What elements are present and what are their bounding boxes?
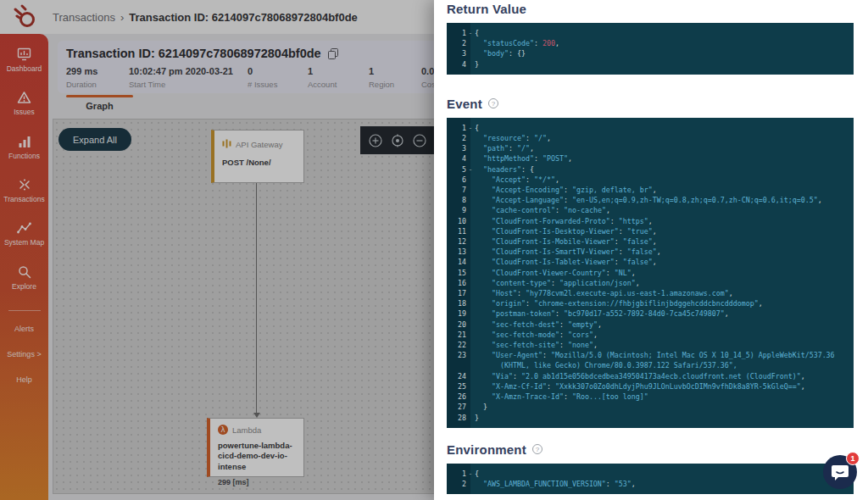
line-number: 8 — [447, 195, 466, 205]
code-string: "CloudFront-Is-Desktop-Viewer" — [492, 227, 619, 236]
sidebar-item-transactions[interactable]: Transactions — [0, 178, 48, 203]
code-string: "https" — [619, 217, 648, 225]
section-title-row: Return Value — [447, 2, 854, 16]
fold-marker — [466, 402, 475, 412]
fold-marker — [466, 330, 475, 340]
stat-value: 0 — [248, 66, 308, 76]
code-string: "sec-fetch-dest" — [492, 320, 559, 329]
code-text: "statusCode": 200, — [475, 38, 559, 48]
code-punctuation: , — [657, 247, 661, 256]
code-punctuation — [475, 279, 492, 287]
stat-value: 1 — [369, 66, 421, 76]
code-punctuation — [475, 154, 483, 163]
code-string: "origin" — [492, 299, 526, 308]
sidebar-item-system-map[interactable]: System Map — [0, 221, 48, 247]
fold-marker: - — [466, 28, 475, 38]
zoom-out-icon[interactable] — [413, 134, 426, 147]
code-line: 7 "Accept-Encoding": "gzip, deflate, br"… — [447, 185, 849, 195]
code-punctuation: : — [509, 144, 517, 153]
line-number: 3 — [447, 48, 466, 58]
sidebar-item-dashboard[interactable]: Dashboard — [0, 47, 48, 73]
code-punctuation: , — [725, 309, 729, 318]
code-punctuation — [475, 480, 483, 488]
code-text: "sec-fetch-site": "none", — [475, 340, 598, 350]
code-punctuation: , — [653, 258, 657, 266]
code-punctuation: , — [653, 237, 657, 246]
code-text: (KHTML, like Gecko) Chrome/80.0.3987.122… — [475, 360, 737, 370]
line-number: 25 — [447, 381, 466, 392]
code-string: "Via" — [492, 372, 513, 381]
breadcrumb-transactions-link[interactable]: Transactions — [53, 11, 115, 24]
code-punctuation — [475, 134, 483, 142]
code-line: 18 "origin": "chrome-extension://fhbjgbi… — [447, 298, 849, 308]
code-string: "CloudFront-Forwarded-Proto" — [492, 217, 610, 225]
transaction-detail-drawer: Return Value1-{2 "statusCode": 200,3 "bo… — [434, 0, 868, 500]
code-punctuation: : — [619, 247, 627, 256]
zoom-in-icon[interactable] — [369, 134, 382, 147]
code-punctuation — [475, 247, 492, 256]
tab-graph[interactable]: Graph — [66, 93, 133, 119]
sidebar-item-label: Functions — [8, 153, 40, 160]
code-line: 4 "httpMethod": "POST", — [447, 153, 849, 164]
code-line: 16 "content-type": "application/json", — [447, 278, 849, 288]
line-number: 10 — [447, 216, 466, 226]
sidebar-link-settings[interactable]: Settings > — [7, 350, 41, 358]
help-icon[interactable]: ? — [532, 444, 542, 454]
copy-icon[interactable] — [328, 48, 338, 59]
code-line: 3 "path": "/", — [447, 143, 849, 153]
fold-marker — [466, 413, 475, 423]
code-line: 6 "Accept": "*/*", — [447, 175, 849, 185]
expand-all-button[interactable]: Expand All — [58, 128, 131, 151]
code-string: "no-cache" — [564, 206, 606, 214]
code-punctuation — [475, 331, 492, 339]
code-string: "CloudFront-Viewer-Country" — [492, 269, 606, 277]
help-icon[interactable]: ? — [488, 98, 498, 108]
stat-region: 1Region — [369, 66, 421, 89]
chat-widget-button[interactable]: 1 — [823, 455, 857, 489]
code-line: 17 "Host": "hy778cvm2l.execute-api.us-ea… — [447, 288, 849, 298]
code-text: "CloudFront-Forwarded-Proto": "https", — [475, 216, 653, 226]
code-viewer-env[interactable]: 1-{2 "AWS_LAMBDA_FUNCTION_VERSION": "53"… — [447, 464, 854, 494]
code-punctuation: : — [615, 237, 623, 246]
sidebar-item-label: Issues — [14, 108, 35, 116]
code-string: "POST" — [542, 154, 568, 163]
code-string: "statusCode" — [483, 39, 534, 47]
graph-node-lambda[interactable]: λ Lambda powertune-lambda-cicd-demo-dev-… — [207, 418, 304, 477]
code-viewer-rv[interactable]: 1-{2 "statusCode": 200,3 "body": {}4} — [447, 23, 854, 75]
code-text: "Accept": "*/*", — [475, 175, 559, 185]
code-text: { — [475, 123, 479, 133]
sidebar-item-explore[interactable]: Explore — [0, 265, 48, 291]
fold-marker: - — [466, 469, 475, 479]
code-punctuation: : — [526, 175, 534, 184]
line-number: 27 — [447, 402, 466, 412]
sidebar-item-issues[interactable]: Issues — [0, 91, 48, 116]
sidebar-link-alerts[interactable]: Alerts — [14, 325, 34, 333]
transaction-graph-canvas[interactable]: Expand All API Gateway — [53, 119, 442, 494]
line-number: 24 — [447, 371, 466, 381]
sidebar-item-functions[interactable]: Functions — [0, 135, 48, 160]
transaction-title: Transaction ID: 6214097c78068972804bf0de — [66, 47, 321, 60]
zoom-center-icon[interactable] — [391, 134, 404, 147]
code-punctuation: , — [530, 144, 534, 153]
line-number: 11 — [447, 226, 466, 236]
code-punctuation: : — [559, 331, 568, 339]
fold-marker — [466, 226, 475, 236]
sidebar-link-help[interactable]: Help — [16, 375, 32, 384]
graph-node-api-gateway[interactable]: API Gateway POST /None/ — [211, 130, 304, 183]
code-string: "cache-control" — [492, 206, 555, 214]
code-text: } — [475, 59, 479, 69]
code-text: "sec-fetch-mode": "cors", — [475, 330, 598, 340]
code-punctuation: , — [648, 217, 653, 225]
fold-marker — [466, 381, 475, 392]
chat-bubble-icon — [832, 464, 849, 481]
code-line: 25 "X-Amz-Cf-Id": "Xxkk307o0Zo0dhLdyjPhu… — [447, 381, 849, 392]
fold-marker — [466, 153, 475, 164]
code-punctuation: } — [475, 60, 479, 69]
code-string: "Accept" — [492, 175, 526, 184]
code-text: "User-Agent": "Mozilla/5.0 (Macintosh; I… — [475, 350, 835, 360]
code-line: 5- "headers": { — [447, 164, 849, 175]
code-viewer-event[interactable]: 1-{2 "resource": "/",3 "path": "/",4 "ht… — [447, 118, 854, 428]
app-logo-meteor-icon[interactable] — [12, 3, 39, 31]
stat-issues: 0# Issues — [248, 66, 308, 89]
code-string: "CloudFront-Is-Mobile-Viewer" — [492, 237, 615, 246]
